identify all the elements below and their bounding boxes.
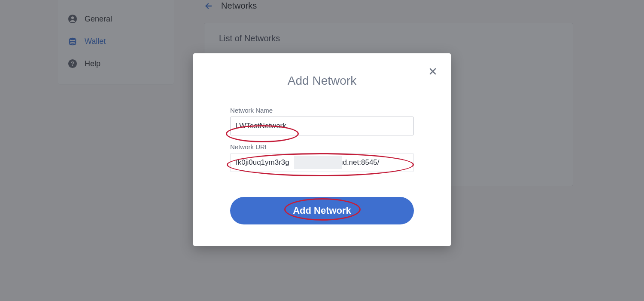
modal-overlay: Add Network Network Name Network URL Add… — [0, 0, 644, 301]
add-network-modal: Add Network Network Name Network URL Add… — [193, 53, 451, 246]
network-name-input[interactable] — [230, 117, 414, 135]
add-network-button[interactable]: Add Network — [230, 197, 414, 224]
network-url-label: Network URL — [230, 143, 414, 150]
modal-title: Add Network — [230, 74, 414, 88]
network-url-input[interactable] — [230, 153, 414, 172]
network-name-group: Network Name — [230, 107, 414, 135]
network-name-label: Network Name — [230, 107, 414, 114]
network-url-group: Network URL — [230, 143, 414, 172]
close-button[interactable] — [427, 65, 439, 77]
